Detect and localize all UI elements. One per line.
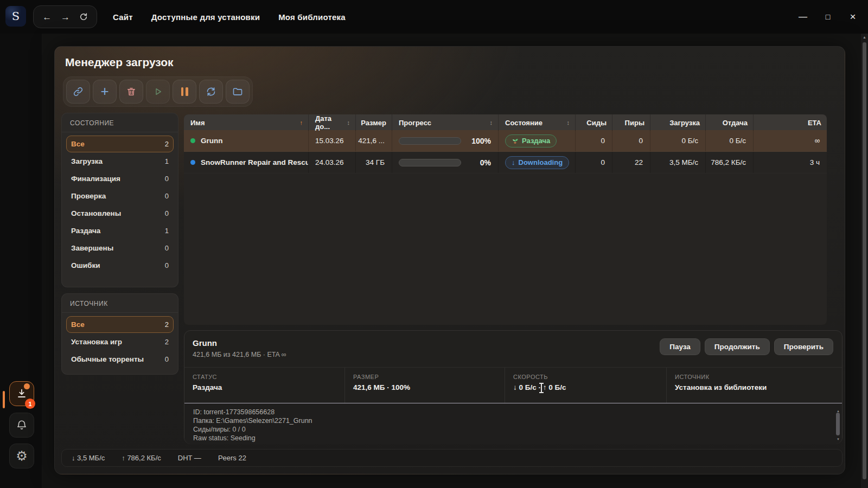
tab-site[interactable]: Сайт: [113, 12, 133, 22]
global-down-speed: ↓ 3,5 МБ/с: [72, 454, 105, 462]
torrent-peers: 22: [612, 152, 650, 173]
filter-label: Обычные торренты: [71, 355, 144, 363]
info-line-folder: Папка: E:\Games\Selezen\2271_Grunn: [193, 416, 833, 425]
stat-value: Установка из библиотеки: [675, 383, 834, 391]
filter-label: Завершены: [71, 244, 113, 252]
reload-button[interactable]: [79, 12, 88, 21]
tab-available-installs[interactable]: Доступные для установки: [151, 12, 260, 22]
torrent-size: 34 ГБ: [356, 152, 392, 173]
table-row-grunn[interactable]: Grunn 15.03.26 421,6 ... 100% Раздача: [184, 130, 827, 152]
column-label: Дата до...: [315, 114, 347, 131]
status-filter-seeding[interactable]: Раздача 1: [66, 222, 174, 239]
column-header-date[interactable]: Дата до... ↕: [309, 114, 356, 131]
pause-icon: [181, 87, 188, 96]
status-filter-list: Все 2 Загрузка 1 Финализация 0 Проверка …: [62, 132, 178, 278]
app-logo[interactable]: S: [5, 6, 26, 27]
pause-torrent-button[interactable]: Пауза: [660, 338, 700, 355]
filter-count: 2: [165, 140, 169, 148]
filter-label: Установка игр: [71, 338, 122, 346]
browser-nav-group: ← →: [33, 5, 97, 28]
column-header-peers[interactable]: Пиры: [612, 114, 650, 131]
torrent-up-speed: 786,2 КБ/с: [706, 152, 754, 173]
status-filter-checking[interactable]: Проверка 0: [66, 188, 174, 204]
maximize-button[interactable]: □: [822, 12, 833, 21]
filter-label: Все: [71, 140, 85, 148]
forward-button[interactable]: →: [61, 12, 70, 22]
table-row-snowrunner[interactable]: SnowRunner Repair and Rescu... 24.03.26 …: [184, 152, 827, 174]
filter-count: 2: [165, 320, 169, 329]
sort-asc-icon: ↑: [300, 119, 303, 126]
column-label: Состояние: [505, 119, 542, 127]
peers-count: Peers 22: [218, 454, 246, 462]
scroll-down-arrow[interactable]: ▼: [836, 435, 840, 444]
resume-torrent-button[interactable]: Продолжить: [705, 338, 770, 355]
sort-icon: ↕: [490, 119, 493, 126]
filter-label: Загрузка: [71, 157, 103, 165]
status-filter-downloading[interactable]: Загрузка 1: [66, 153, 174, 170]
download-manager-panel: Менеджер загрузок + СОСТОЯНИЕ Все: [54, 46, 845, 474]
stat-value: Раздача: [193, 383, 336, 391]
add-torrent-button[interactable]: +: [93, 80, 117, 104]
source-filter-game-installs[interactable]: Установка игр 2: [66, 333, 174, 350]
open-folder-button[interactable]: [226, 80, 250, 104]
status-filter-stopped[interactable]: Остановлены 0: [66, 205, 174, 222]
scrollbar-thumb[interactable]: [836, 413, 840, 435]
torrent-seeds: 0: [576, 152, 612, 173]
column-label: Сиды: [586, 119, 607, 127]
status-filter-errors[interactable]: Ошибки 0: [66, 257, 174, 274]
torrent-eta: ∞: [754, 130, 827, 151]
gear-icon: ⚙: [16, 448, 28, 464]
close-button[interactable]: ×: [847, 11, 858, 23]
back-button[interactable]: ←: [42, 12, 52, 22]
column-header-upload-speed[interactable]: Отдача: [706, 114, 754, 131]
status-dot-green: [190, 138, 195, 143]
torrent-eta: 3 ч: [754, 152, 827, 173]
torrent-progress-cell: 0%: [392, 152, 499, 173]
status-filter-all[interactable]: Все 2: [66, 136, 174, 152]
column-header-name[interactable]: Имя ↑: [184, 114, 309, 131]
column-header-seeds[interactable]: Сиды: [576, 114, 612, 131]
column-header-status[interactable]: Состояние ↕: [499, 114, 576, 131]
column-header-eta[interactable]: ETA: [754, 114, 827, 131]
column-header-size[interactable]: Размер: [356, 114, 392, 131]
global-status-bar: ↓ 3,5 МБ/с ↑ 786,2 КБ/с DHT — Peers 22: [61, 449, 843, 467]
page-scroll-up-arrow[interactable]: ▲: [861, 35, 868, 39]
settings-button[interactable]: ⚙: [9, 444, 34, 468]
down-arrow-icon: ↓: [512, 158, 515, 166]
page-scrollbar-thumb[interactable]: [863, 42, 866, 479]
add-link-button[interactable]: [66, 80, 90, 104]
info-scrollbar[interactable]: ▲ ▼: [836, 409, 840, 439]
trash-icon: [126, 86, 137, 97]
status-filter-finalizing[interactable]: Финализация 0: [66, 170, 174, 187]
source-filter-regular-torrents[interactable]: Обычные торренты 0: [66, 351, 174, 368]
filter-count: 0: [165, 355, 169, 363]
stat-speed: СКОРОСТЬ ↓ 0 Б/с · ↑ 0 Б/с: [505, 368, 666, 403]
status-dot-blue: [190, 160, 195, 165]
resume-button[interactable]: [146, 80, 170, 104]
page-scrollbar[interactable]: ▲: [861, 34, 868, 488]
refresh-list-button[interactable]: [199, 80, 223, 104]
torrent-seeds: 0: [576, 130, 612, 151]
info-line-seeds-peers: Сиды/пиры: 0 / 0: [193, 425, 833, 434]
pause-button[interactable]: [173, 80, 196, 104]
column-header-progress[interactable]: Прогресс ↕: [392, 114, 499, 131]
filter-label: Все: [71, 320, 85, 329]
main-nav-tabs: Сайт Доступные для установки Моя библиот…: [113, 0, 346, 34]
filter-label: Проверка: [71, 192, 106, 200]
source-filter-all[interactable]: Все 2: [66, 316, 174, 333]
plus-icon: +: [100, 84, 108, 98]
bell-icon: [16, 419, 28, 431]
filter-label: Финализация: [71, 175, 120, 183]
info-line-raw-status: Raw status: Seeding: [193, 434, 833, 442]
torrent-status-cell: ↓ Downloading: [499, 152, 576, 173]
stat-label: СКОРОСТЬ: [513, 374, 658, 380]
tab-my-library[interactable]: Моя библиотека: [278, 12, 346, 22]
delete-button[interactable]: [119, 80, 143, 104]
minimize-button[interactable]: —: [797, 12, 808, 22]
stat-source: ИСТОЧНИК Установка из библиотеки: [666, 368, 842, 403]
filter-label: Остановлены: [71, 209, 121, 217]
verify-torrent-button[interactable]: Проверить: [774, 338, 833, 355]
status-filter-completed[interactable]: Завершены 0: [66, 240, 174, 256]
notifications-button[interactable]: [9, 413, 34, 438]
column-header-download-speed[interactable]: Загрузка: [650, 114, 706, 131]
